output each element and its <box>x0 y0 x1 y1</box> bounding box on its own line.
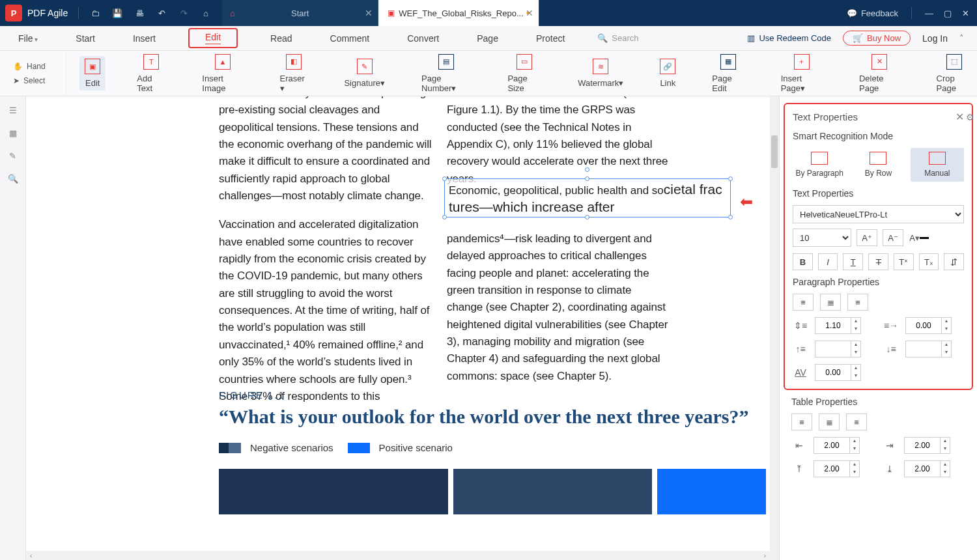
tool-crop-page[interactable]: ⬚Crop Page <box>931 51 977 96</box>
undo-icon[interactable]: ↶ <box>156 8 167 18</box>
mode-by-row[interactable]: By Row <box>851 148 905 182</box>
menu-protect[interactable]: Protect <box>531 29 570 48</box>
font-color-button[interactable]: A▾ <box>909 229 929 246</box>
superscript-button[interactable]: Tˣ <box>894 253 914 270</box>
spin-down-icon[interactable]: ▾ <box>851 326 860 333</box>
cell-pad-top-input[interactable]: ▴▾ <box>814 460 860 477</box>
spin-up-icon[interactable]: ▴ <box>851 318 860 326</box>
resize-handle[interactable] <box>585 176 589 181</box>
menu-file[interactable]: File <box>13 29 43 48</box>
increase-size-button[interactable]: A⁺ <box>857 229 877 246</box>
text-edit-box[interactable]: Economic, geopolitical, public health an… <box>444 178 731 217</box>
menu-comment[interactable]: Comment <box>325 29 375 48</box>
indent-right-input[interactable]: ▴▾ <box>905 317 952 334</box>
mode-manual[interactable]: Manual <box>911 148 964 182</box>
table-align-left[interactable]: ≡ <box>791 413 812 430</box>
table-align-center[interactable]: ≣ <box>819 413 840 430</box>
scroll-right-icon[interactable]: › <box>761 552 769 559</box>
strike-button[interactable]: T̶ <box>868 253 888 270</box>
feedback-button[interactable]: 💬 Feedback <box>847 8 898 18</box>
tool-eraser[interactable]: ◧Eraser ▾ <box>275 51 313 96</box>
tool-signature[interactable]: ✎Signature▾ <box>339 56 390 91</box>
search-icon[interactable]: 🔍 <box>8 174 18 184</box>
table-align-right[interactable]: ≡ <box>846 413 867 430</box>
document-canvas[interactable]: economic recovery that risks compounding… <box>26 96 779 560</box>
tab-document[interactable]: ▣ WEF_The_Global_Risks_Repo... • ✕ <box>378 0 539 26</box>
bold-button[interactable]: B <box>793 253 813 270</box>
print-icon[interactable]: 🖶 <box>134 8 145 18</box>
horizontal-scrollbar[interactable]: ‹ › <box>26 551 770 560</box>
maximize-icon[interactable]: ▢ <box>944 8 952 18</box>
search-input[interactable]: 🔍 Search <box>597 33 638 43</box>
sliders-icon[interactable]: ⚙ <box>966 112 974 122</box>
figure-bars <box>219 469 766 547</box>
resize-handle[interactable] <box>585 215 589 219</box>
italic-button[interactable]: I <box>818 253 838 270</box>
thumbnails-icon[interactable]: ▦ <box>9 128 17 138</box>
tool-edit[interactable]: ▣Edit <box>79 56 106 91</box>
menu-convert[interactable]: Convert <box>402 29 444 48</box>
tool-page-size[interactable]: ▭Page Size <box>502 51 546 96</box>
collapse-icon[interactable]: ˄ <box>959 33 964 43</box>
figure-legend: Negative scenarios Positive scenario <box>219 442 766 453</box>
close-icon[interactable]: ✕ <box>962 8 969 18</box>
cell-pad-right-input[interactable]: ▴▾ <box>904 437 950 454</box>
tool-insert-image[interactable]: ▲Insert Image <box>197 51 248 96</box>
font-select[interactable]: HelveticaNeueLTPro-Lt <box>793 205 964 223</box>
close-icon[interactable]: ✕ <box>956 111 964 123</box>
menu-page[interactable]: Page <box>472 29 503 48</box>
close-icon[interactable]: ✕ <box>526 8 533 18</box>
space-after-icon: ↓≡ <box>883 343 899 356</box>
font-size-select[interactable]: 10 <box>793 229 851 247</box>
tool-page-number[interactable]: ▤Page Number▾ <box>416 51 476 96</box>
home-icon[interactable]: ⌂ <box>200 8 212 18</box>
space-after-input[interactable]: ▴▾ <box>905 341 952 357</box>
scrollbar-thumb[interactable] <box>771 135 778 168</box>
menu-insert[interactable]: Insert <box>128 29 161 48</box>
scroll-left-icon[interactable]: ‹ <box>27 552 35 559</box>
align-center-button[interactable]: ≣ <box>820 294 841 311</box>
vertical-scrollbar[interactable] <box>770 96 779 560</box>
align-right-button[interactable]: ≡ <box>847 294 868 311</box>
outline-icon[interactable]: ☰ <box>9 105 17 115</box>
tool-page-edit[interactable]: ▦Page Edit <box>707 51 749 96</box>
menu-read[interactable]: Read <box>265 29 297 48</box>
select-tool[interactable]: ➤Select <box>13 76 59 85</box>
subscript-button[interactable]: Tₓ <box>919 253 939 270</box>
tool-insert-page[interactable]: ＋Insert Page▾ <box>776 51 828 96</box>
tool-watermark[interactable]: ≋Watermark▾ <box>573 56 629 91</box>
login-button[interactable]: Log In <box>922 33 948 44</box>
tab-start[interactable]: ⌂ Start ✕ <box>222 0 378 26</box>
tool-link[interactable]: 🔗Link <box>655 56 681 91</box>
resize-handle[interactable] <box>442 176 447 181</box>
cell-pad-bottom-input[interactable]: ▴▾ <box>904 460 950 477</box>
redo-icon[interactable]: ↷ <box>178 8 190 18</box>
tool-delete-page[interactable]: ✕Delete Page <box>854 51 905 96</box>
mode-by-paragraph[interactable]: By Paragraph <box>793 148 846 182</box>
folder-icon[interactable]: 🗀 <box>89 8 101 18</box>
annotations-icon[interactable]: ✎ <box>9 151 16 161</box>
hand-tool[interactable]: ✋Hand <box>13 62 59 71</box>
resize-handle[interactable] <box>728 176 733 181</box>
menu-start[interactable]: Start <box>70 29 100 48</box>
case-button[interactable]: ⇵ <box>944 253 964 270</box>
barcode-icon: ▥ <box>747 33 755 43</box>
cell-pad-left-input[interactable]: ▴▾ <box>814 437 860 454</box>
space-before-input[interactable]: ▴▾ <box>815 341 861 357</box>
save-icon[interactable]: 💾 <box>111 8 123 18</box>
redeem-button[interactable]: ▥Use Redeem Code <box>747 33 831 43</box>
close-icon[interactable]: ✕ <box>365 8 373 18</box>
resize-handle[interactable] <box>442 215 447 219</box>
buy-now-button[interactable]: 🛒Buy Now <box>843 31 911 46</box>
menu-edit[interactable]: Edit <box>188 28 238 49</box>
char-spacing-input[interactable]: ▴▾ <box>815 364 861 381</box>
resize-handle[interactable] <box>728 215 733 219</box>
rotate-handle[interactable] <box>585 167 589 172</box>
tool-add-text[interactable]: TAdd Text <box>132 51 171 96</box>
underline-button[interactable]: T <box>843 253 863 270</box>
minimize-icon[interactable]: — <box>925 8 933 18</box>
decrease-size-button[interactable]: A⁻ <box>883 229 903 246</box>
legend-swatch-negative <box>219 443 241 453</box>
line-spacing-input[interactable]: ▴▾ <box>815 317 861 334</box>
align-left-button[interactable]: ≡ <box>793 294 814 311</box>
